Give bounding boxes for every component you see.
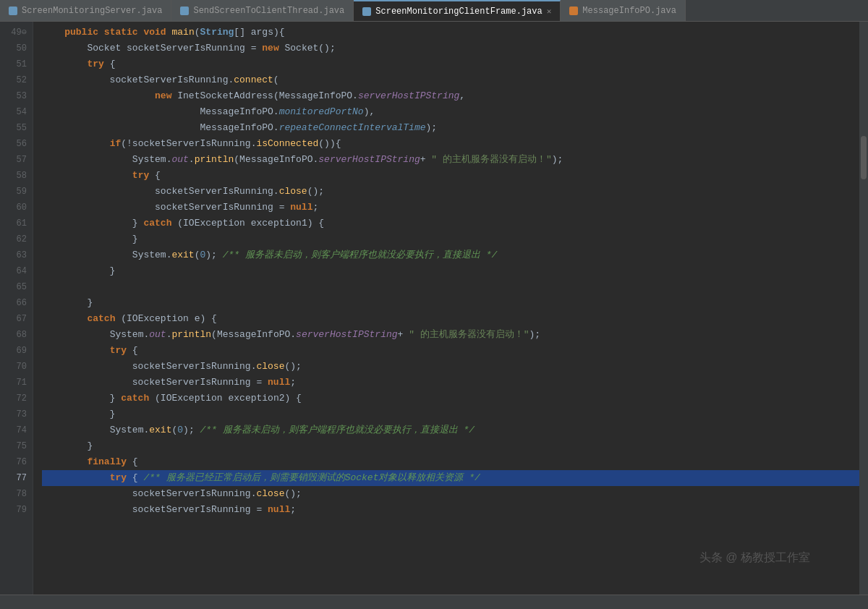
tab-label-server: ScreenMonitoringServer.java	[22, 6, 162, 16]
ln-50: 50	[3, 41, 27, 56]
code-line-70: socketServerIsRunning.close();	[42, 359, 859, 375]
ln-62: 62	[3, 231, 27, 247]
code-line-50: Socket socketServerIsRunning = new Socke…	[42, 41, 859, 56]
ln-54: 54	[3, 104, 27, 120]
editor: ScreenMonitoringServer.java SendScreenTo…	[0, 0, 868, 609]
code-line-74: System.exit(0); /** 服务器未启动，则客户端程序也就没必要执行…	[42, 422, 859, 438]
ln-74: 74	[3, 422, 27, 438]
ln-60: 60	[3, 200, 27, 216]
code-line-69: try {	[42, 343, 859, 359]
ln-67: 67	[3, 311, 27, 327]
watermark: 头条 @ 杨教授工作室	[699, 550, 810, 566]
code-line-62: }	[42, 231, 859, 247]
ln-79: 79	[3, 502, 27, 518]
ln-68: 68	[3, 327, 27, 343]
code-line-49: public static void main(String[] args){	[42, 25, 859, 41]
ln-72: 72	[3, 391, 27, 406]
scrollbar-vertical[interactable]	[859, 22, 868, 595]
ln-53: 53	[3, 88, 27, 104]
code-line-56: if(!socketServerIsRunning.isConnected())…	[42, 136, 859, 152]
tab-icon-server	[9, 7, 17, 15]
ln-77: 77	[3, 470, 27, 486]
code-line-60: socketServerIsRunning = null;	[42, 200, 859, 216]
code-line-66: }	[42, 295, 859, 311]
code-area: 49⊖ 50 51 52 53 54 55 56 57 58 59 60 61 …	[0, 22, 868, 595]
ln-52: 52	[3, 72, 27, 88]
code-line-53: new InetSocketAddress(MessageInfoPO.serv…	[42, 88, 859, 104]
tab-icon-client	[362, 7, 371, 16]
code-line-58: try {	[42, 168, 859, 184]
ln-59: 59	[3, 184, 27, 200]
tab-icon-message	[569, 7, 578, 15]
tab-label-send: SendScreenToClientThread.java	[193, 6, 344, 16]
ln-57: 57	[3, 152, 27, 168]
code-line-76: finally {	[42, 454, 859, 470]
ln-76: 76	[3, 454, 27, 470]
code-line-71: socketServerIsRunning = null;	[42, 375, 859, 391]
ln-66: 66	[3, 295, 27, 311]
ln-69: 69	[3, 343, 27, 359]
code-line-55: MessageInfoPO.repeateConnectIntervalTime…	[42, 120, 859, 136]
scrollbar-horizontal[interactable]	[0, 598, 868, 607]
tab-message[interactable]: MessageInfoPO.java	[561, 0, 686, 21]
tab-send[interactable]: SendScreenToClientThread.java	[171, 0, 354, 21]
ln-63: 63	[3, 247, 27, 263]
code-line-63: System.exit(0); /** 服务器未启动，则客户端程序也就没必要执行…	[42, 247, 859, 263]
code-line-65	[42, 279, 859, 295]
ln-78: 78	[3, 486, 27, 502]
ln-49: 49⊖	[3, 25, 27, 41]
code-line-72: } catch (IOException exception2) {	[42, 391, 859, 406]
ln-65: 65	[3, 279, 27, 295]
ln-75: 75	[3, 438, 27, 454]
ln-55: 55	[3, 120, 27, 136]
tab-bar: ScreenMonitoringServer.java SendScreenTo…	[0, 0, 868, 22]
ln-51: 51	[3, 56, 27, 72]
line-numbers: 49⊖ 50 51 52 53 54 55 56 57 58 59 60 61 …	[0, 22, 33, 595]
code-line-67: catch (IOException e) {	[42, 311, 859, 327]
code-content[interactable]: public static void main(String[] args){ …	[33, 22, 859, 595]
tab-server[interactable]: ScreenMonitoringServer.java	[0, 0, 171, 21]
tab-label-client: ScreenMonitoringClientFrame.java	[375, 7, 542, 17]
bottom-bar	[0, 595, 868, 609]
code-line-64: }	[42, 263, 859, 279]
ln-71: 71	[3, 375, 27, 391]
tab-icon-send	[180, 7, 189, 15]
ln-58: 58	[3, 168, 27, 184]
code-line-52: socketServerIsRunning.connect(	[42, 72, 859, 88]
tab-label-message: MessageInfoPO.java	[582, 6, 676, 16]
code-line-59: socketServerIsRunning.close();	[42, 184, 859, 200]
ln-73: 73	[3, 406, 27, 422]
ln-64: 64	[3, 263, 27, 279]
code-line-78: socketServerIsRunning.close();	[42, 486, 859, 502]
code-line-57: System.out.println(MessageInfoPO.serverH…	[42, 152, 859, 168]
code-line-73: }	[42, 406, 859, 422]
scrollbar-thumb-vertical[interactable]	[861, 136, 867, 179]
code-line-51: try {	[42, 56, 859, 72]
tab-close-client[interactable]: ✕	[547, 7, 552, 16]
ln-56: 56	[3, 136, 27, 152]
code-line-61: } catch (IOException exception1) {	[42, 216, 859, 231]
code-line-79: socketServerIsRunning = null;	[42, 502, 859, 518]
ln-61: 61	[3, 216, 27, 231]
code-line-54: MessageInfoPO.monitoredPortNo),	[42, 104, 859, 120]
code-line-68: System.out.println(MessageInfoPO.serverH…	[42, 327, 859, 343]
code-line-77: try { /** 服务器已经正常启动后，则需要销毁测试的Socket对象以释放…	[42, 470, 859, 486]
code-line-75: }	[42, 438, 859, 454]
ln-70: 70	[3, 359, 27, 375]
tab-client[interactable]: ScreenMonitoringClientFrame.java ✕	[354, 0, 561, 21]
